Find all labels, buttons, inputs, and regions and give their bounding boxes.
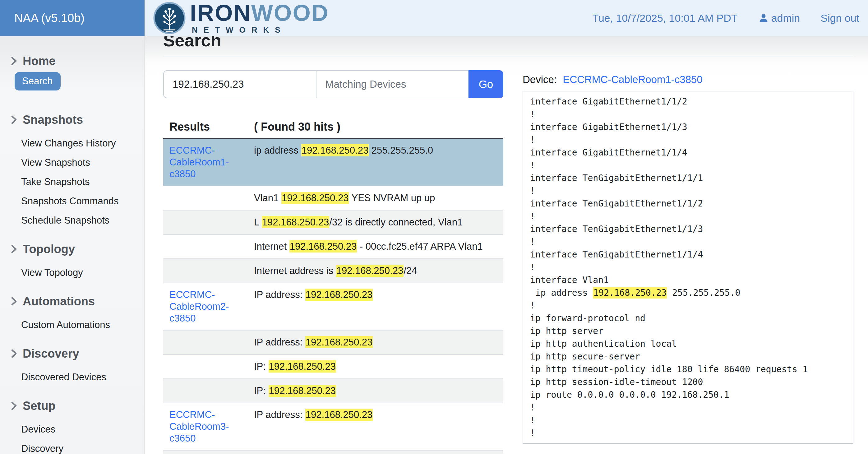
config-line: interface TenGigabitEthernet1/1/3: [530, 223, 846, 235]
brand-word-networks: NETWORKS: [190, 25, 329, 35]
sidebar-header-topology[interactable]: Topology: [0, 242, 144, 256]
content-columns: Go Results ( Found 30 hits ) ECCRMC-Cabl…: [163, 70, 854, 454]
result-row: ECCRMC-CableRoom3-c3650IP address: 192.1…: [163, 403, 503, 451]
config-line: interface GigabitEthernet1/1/3: [530, 121, 846, 133]
result-row: Vlan1 192.168.250.23 YES NVRAM up up: [163, 186, 503, 211]
search-query-input[interactable]: [163, 70, 316, 98]
sidebar-section-label: Setup: [23, 398, 56, 413]
search-results-section: Go Results ( Found 30 hits ) ECCRMC-Cabl…: [163, 70, 503, 454]
matching-devices-input[interactable]: [316, 70, 468, 98]
config-line: !: [530, 210, 846, 223]
sidebar-item-snapshots-commands[interactable]: Snapshots Commands: [21, 195, 144, 207]
go-button[interactable]: Go: [468, 70, 503, 98]
config-line: !: [530, 299, 846, 312]
result-device-cell: ECCRMC-CableRoom2-c3850: [169, 289, 248, 324]
sidebar-section-automations: AutomationsCustom Automations: [0, 294, 144, 331]
page-title: Search: [163, 36, 854, 51]
config-line: !: [530, 414, 846, 427]
config-line: ip http session-idle-timeout 1200: [530, 376, 846, 388]
highlight-match: 192.168.250.23: [305, 336, 373, 348]
config-line: !: [530, 235, 846, 248]
sign-out-link[interactable]: Sign out: [820, 12, 859, 24]
device-link[interactable]: ECCRMC-CableRoom1-c3850: [563, 74, 702, 85]
match-pre-text: Vlan1: [254, 192, 281, 203]
highlight-match: 192.168.250.23: [336, 265, 404, 277]
sidebar-item-devices[interactable]: Devices: [21, 423, 144, 436]
highlight-match: 192.168.250.23: [593, 287, 667, 299]
highlight-match: 192.168.250.23: [305, 289, 373, 301]
sidebar-header-home[interactable]: Home: [0, 54, 144, 68]
match-post-text: /24: [404, 265, 417, 276]
results-hit-count: ( Found 30 hits ): [254, 120, 340, 134]
sidebar-section-label: Topology: [23, 242, 75, 256]
match-post-text: YES NVRAM up up: [349, 192, 435, 203]
match-post-text: /32 is directly connected, Vlan1: [329, 217, 463, 228]
sidebar-section-topology: TopologyView Topology: [0, 242, 144, 279]
header-datetime: Tue, 10/7/2025, 10:01 AM PDT: [592, 12, 737, 24]
sidebar-item-view-snapshots[interactable]: View Snapshots: [21, 156, 144, 169]
sidebar-item-schedule-snapshots[interactable]: Schedule Snapshots: [21, 214, 144, 227]
result-match-text: IP address: 192.168.250.23: [254, 336, 503, 348]
config-line: !: [530, 427, 846, 440]
highlight-match: 192.168.250.23: [301, 144, 369, 156]
sidebar-item-discovered-devices[interactable]: Discovered Devices: [21, 371, 144, 384]
result-device-cell: ECCRMC-CableRoom1-c3850: [169, 145, 248, 180]
results-title: Results: [169, 120, 248, 134]
result-device-link[interactable]: ECCRMC-CableRoom1-c3850: [169, 145, 229, 179]
highlight-match: 192.168.250.23: [262, 216, 330, 228]
sidebar-header-discovery[interactable]: Discovery: [0, 346, 144, 361]
result-device-cell: ECCRMC-CableRoom3-c3650: [169, 409, 248, 444]
match-pre-text: Internet address is: [254, 265, 336, 276]
sidebar-item-view-topology[interactable]: View Topology: [21, 267, 144, 279]
config-line: ip forward-protocol nd: [530, 312, 846, 325]
device-config-section: Device: ECCRMC-CableRoom1-c3850 interfac…: [523, 70, 854, 454]
sidebar-item-search[interactable]: Search: [14, 72, 61, 90]
user-menu[interactable]: admin: [758, 12, 800, 24]
sidebar-item-take-snapshots[interactable]: Take Snapshots: [21, 176, 144, 188]
chevron-right-icon: [10, 244, 18, 254]
config-post-text: 255.255.255.0: [667, 287, 740, 298]
config-line: interface GigabitEthernet1/1/4: [530, 146, 846, 159]
header-right-area: Tue, 10/7/2025, 10:01 AM PDT admin Sign …: [592, 12, 868, 24]
config-line: !: [530, 108, 846, 121]
config-line: !: [530, 133, 846, 146]
match-post-text: - 00cc.fc25.ef47 ARPA Vlan1: [357, 241, 483, 252]
sidebar-section-discovery: DiscoveryDiscovered Devices: [0, 346, 144, 384]
brand-wordmark: IRONWOOD NETWORKS: [190, 2, 329, 35]
match-pre-text: Internet: [254, 241, 289, 252]
sidebar-header-snapshots[interactable]: Snapshots: [0, 112, 144, 127]
username-label: admin: [771, 12, 800, 24]
highlight-match: 192.168.250.23: [269, 360, 336, 372]
sidebar-header-setup[interactable]: Setup: [0, 398, 144, 413]
result-device-link[interactable]: ECCRMC-CableRoom3-c3650: [169, 409, 229, 444]
brand-word-iron: IRON: [190, 0, 251, 26]
config-line: !: [530, 261, 846, 274]
device-config-box: interface GigabitEthernet1/1/2!interface…: [523, 91, 854, 444]
sidebar-header-automations[interactable]: Automations: [0, 294, 144, 309]
sidebar-item-view-changes-history[interactable]: View Changes History: [21, 137, 144, 150]
result-row: Internet 192.168.250.23 - 00cc.fc25.ef47…: [163, 235, 503, 259]
brand-logo: IRONWOOD NETWORKS: [153, 0, 329, 36]
brand-word-wood: WOOD: [251, 0, 329, 26]
config-line: ip address 192.168.250.23 255.255.255.0: [530, 286, 846, 299]
result-match-text: IP: 192.168.250.23: [254, 385, 503, 397]
highlight-match: 192.168.250.23: [305, 408, 373, 421]
sidebar-section-setup: SetupDevicesDiscovery: [0, 398, 144, 454]
search-bar: Go: [163, 70, 503, 98]
highlight-match: 192.168.250.23: [269, 385, 336, 397]
result-match-text: Internet address is 192.168.250.23/24: [254, 265, 503, 277]
chevron-right-icon: [10, 56, 18, 66]
highlight-match: 192.168.250.23: [289, 240, 357, 252]
result-match-text: IP: 192.168.250.23: [254, 361, 503, 372]
sidebar-item-discovery[interactable]: Discovery: [21, 443, 144, 454]
result-device-link[interactable]: ECCRMC-CableRoom2-c3850: [169, 289, 229, 324]
match-pre-text: IP:: [254, 361, 269, 372]
result-match-text: IP address: 192.168.250.23: [254, 409, 503, 421]
result-match-text: IP address: 192.168.250.23: [254, 289, 503, 301]
device-header: Device: ECCRMC-CableRoom1-c3850: [523, 73, 854, 86]
results-header: Results ( Found 30 hits ): [163, 116, 503, 139]
result-match-text: L 192.168.250.23/32 is directly connecte…: [254, 216, 503, 228]
sidebar-item-custom-automations[interactable]: Custom Automations: [21, 319, 144, 331]
config-line: ip route 0.0.0.0 0.0.0.0 192.168.250.1: [530, 388, 846, 401]
main-content: Search Go Results ( Found 30 hits ) ECCR…: [145, 36, 868, 454]
